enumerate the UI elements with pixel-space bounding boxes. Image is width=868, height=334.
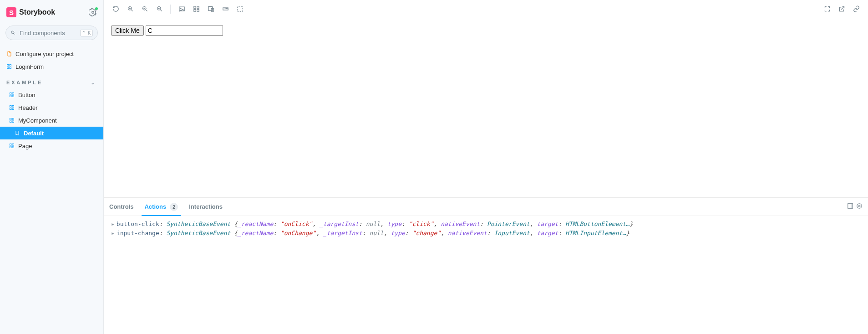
sidebar-item-header[interactable]: Header [0,101,103,114]
zoom-reset-icon[interactable] [153,3,166,15]
svg-rect-16 [12,118,14,120]
svg-point-33 [180,8,181,9]
story-canvas: Click Me [104,18,868,197]
brand-name: Storybook [19,8,55,16]
panel-close-icon[interactable] [856,203,863,211]
svg-rect-4 [10,65,11,67]
svg-point-0 [92,11,94,14]
component-icon [9,118,15,123]
tab-label: Interactions [189,203,223,210]
sidebar-item-label: Header [18,104,38,111]
search-icon [10,30,16,36]
sidebar-item-loginform[interactable]: LoginForm [0,60,103,73]
svg-rect-3 [7,65,9,67]
svg-rect-8 [12,93,14,95]
tab-label: Actions [144,203,166,210]
grid-icon[interactable] [190,3,203,15]
open-new-tab-icon[interactable] [835,3,848,15]
component-icon [9,143,15,149]
action-log-line[interactable]: ▸input-change: SyntheticBaseEvent {_reac… [111,229,861,238]
sidebar: S Storybook Find components ^ K Configur… [0,0,104,334]
svg-rect-18 [12,121,14,123]
svg-rect-36 [193,10,195,11]
actions-count-badge: 2 [170,203,178,211]
sidebar-item-label: MyComponent [18,117,57,124]
sidebar-item-label: Button [18,92,36,98]
sidebar-item-button[interactable]: Button [0,88,103,101]
sidebar-item-label: Default [24,130,44,137]
svg-rect-12 [12,106,14,108]
document-icon [6,51,12,57]
sidebar-item-label: Configure your project [15,51,74,57]
component-icon [9,92,15,98]
sidebar-group-label: EXAMPLE [6,80,43,85]
search-placeholder: Find components [20,30,65,36]
svg-rect-6 [10,67,11,69]
sidebar-story-default[interactable]: Default [0,127,103,139]
sidebar-group-example[interactable]: EXAMPLE ⌄ [0,73,103,88]
sidebar-item-configure[interactable]: Configure your project [0,47,103,60]
story-text-input[interactable] [146,26,223,36]
zoom-out-icon[interactable] [138,3,151,15]
tab-interactions[interactable]: Interactions [189,198,223,216]
sidebar-item-mycomponent[interactable]: MyComponent [0,114,103,127]
svg-line-2 [14,34,15,35]
svg-rect-45 [237,6,242,11]
actions-log: ▸button-click: SyntheticBaseEvent {_reac… [104,216,868,334]
svg-rect-35 [197,6,198,8]
component-icon [6,64,12,69]
svg-rect-21 [10,146,12,148]
svg-line-31 [160,10,162,11]
settings-gear-icon[interactable] [89,8,97,16]
svg-rect-5 [7,67,9,69]
canvas-toolbar [104,0,868,18]
search-input[interactable]: Find components ^ K [5,26,98,40]
svg-rect-17 [10,121,12,123]
zoom-in-icon[interactable] [124,3,137,15]
action-log-line[interactable]: ▸button-click: SyntheticBaseEvent {_reac… [111,220,861,229]
remount-icon[interactable] [109,3,122,15]
svg-rect-34 [193,6,195,8]
svg-line-28 [146,10,147,11]
sidebar-header: S Storybook [0,5,103,22]
background-icon[interactable] [175,3,188,15]
svg-rect-9 [10,95,12,97]
svg-rect-11 [10,106,12,108]
viewport-icon[interactable] [204,3,217,15]
storybook-logo-icon: S [6,7,16,17]
svg-point-1 [11,31,14,34]
addon-tabs: Controls Actions 2 Interactions [104,198,868,216]
svg-rect-7 [10,93,12,95]
svg-line-24 [131,10,132,11]
svg-rect-46 [848,204,853,209]
search-shortcut: ^ K [80,30,93,36]
mycomponent-story: Click Me [111,26,861,36]
svg-rect-10 [12,95,14,97]
copy-link-icon[interactable] [850,3,863,15]
tab-controls[interactable]: Controls [109,198,133,216]
sidebar-item-label: Page [18,143,32,149]
measure-icon[interactable] [219,3,232,15]
svg-rect-13 [10,108,12,110]
svg-rect-22 [12,146,14,148]
addon-panel: Controls Actions 2 Interactions ▸button-… [104,197,868,334]
tab-label: Controls [109,203,133,210]
svg-rect-20 [12,144,14,146]
bookmark-icon [15,130,20,136]
sidebar-item-label: LoginForm [15,63,44,70]
svg-rect-14 [12,108,14,110]
svg-rect-15 [10,118,12,120]
svg-rect-19 [10,144,12,146]
sidebar-item-page[interactable]: Page [0,139,103,152]
click-me-button[interactable]: Click Me [111,26,144,36]
svg-rect-37 [197,10,198,11]
toolbar-separator [170,5,171,14]
outline-icon[interactable] [233,3,246,15]
panel-orientation-icon[interactable] [847,203,853,211]
collapse-icon[interactable]: ⌄ [91,79,97,86]
fullscreen-icon[interactable] [821,3,833,15]
component-icon [9,105,15,110]
main-area: Click Me Controls Actions 2 Interactions… [104,0,868,334]
tab-actions[interactable]: Actions 2 [144,198,178,216]
